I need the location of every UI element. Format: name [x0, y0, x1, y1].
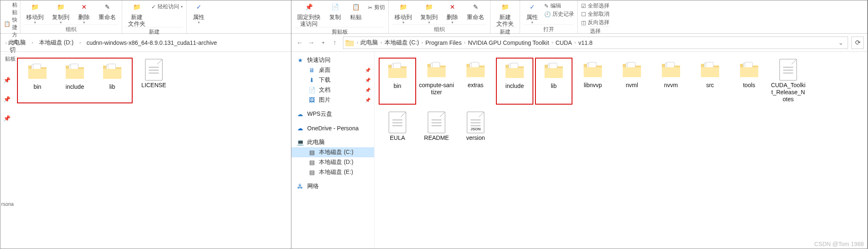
- folder-item[interactable]: extras: [457, 58, 494, 105]
- folder-item[interactable]: src: [691, 58, 729, 105]
- network-icon: 🖧: [296, 183, 304, 190]
- select-all-button[interactable]: ☑全部选择: [581, 2, 609, 10]
- back-button[interactable]: ←: [295, 38, 305, 48]
- file-icon: JSON: [467, 112, 484, 133]
- copy-to-button[interactable]: 📁复制到▾: [418, 1, 440, 24]
- pc-icon: 💻: [296, 139, 304, 146]
- explorer-body: 📌 📌 📌 rsona bin include lib: [0, 52, 291, 249]
- rename-button[interactable]: ✎重命名: [464, 1, 487, 20]
- drive-icon: ▤: [308, 149, 316, 156]
- chevron-right-icon: ›: [31, 40, 34, 45]
- pin-quick-access-button[interactable]: 📌固定到快 速访问: [295, 1, 323, 27]
- file-item[interactable]: CUDA_Toolkit_Release_Notes: [769, 58, 807, 105]
- breadcrumb-segment[interactable]: cudnn-windows-x86_64-8.9.0.131_cuda11-ar…: [85, 39, 219, 46]
- folder-item[interactable]: bin: [379, 58, 416, 105]
- nav-drive-d[interactable]: ▤本地磁盘 (D:): [291, 157, 374, 167]
- breadcrumb-segment[interactable]: NVIDIA GPU Computing Toolkit: [466, 39, 551, 46]
- download-icon: ⬇: [308, 76, 316, 84]
- rename-button[interactable]: ✎重命名: [96, 1, 118, 20]
- history-button[interactable]: 🕘历史记录: [544, 10, 574, 18]
- forward-button[interactable]: →: [306, 38, 316, 48]
- explorer-window-left: 📋粘贴快捷方式 切 贴板 📁移动到▾ 📁复制到▾ ✕删除▾ ✎重命名 组织 📁新…: [0, 0, 291, 249]
- select-none-button[interactable]: ☐全部取消: [581, 10, 609, 18]
- explorer-body: ★快速访问 🖥桌面📌 ⬇下载📌 📄文档📌 🖼图片📌 ☁WPS云盘 ☁OneDri…: [291, 52, 867, 249]
- file-list[interactable]: bincompute-sanitizerextrasincludeliblibn…: [375, 52, 867, 249]
- breadcrumb-segment[interactable]: Program Files: [424, 39, 463, 46]
- folder-item[interactable]: tools: [730, 58, 768, 105]
- nav-onedrive[interactable]: ☁OneDrive - Persona: [291, 123, 374, 133]
- paste-button[interactable]: 📋粘贴: [347, 1, 365, 20]
- onedrive-icon: ☁: [296, 124, 304, 132]
- invert-selection-button[interactable]: ◫反向选择: [581, 19, 609, 26]
- folder-item[interactable]: libnvvp: [574, 58, 612, 105]
- nav-documents[interactable]: 📄文档📌: [291, 85, 374, 95]
- ribbon: 📋粘贴快捷方式 切 贴板 📁移动到▾ 📁复制到▾ ✕删除▾ ✎重命名 组织 📁新…: [0, 0, 291, 34]
- nav-downloads[interactable]: ⬇下载📌: [291, 75, 374, 85]
- address-bar: ← → ▾ ↑ › 此电脑› 本地磁盘 (C:)› Program Files›…: [291, 34, 867, 52]
- cut-button[interactable]: ✂剪切: [368, 4, 385, 11]
- nav-network[interactable]: 🖧网络: [291, 181, 374, 191]
- properties-button[interactable]: ✓属性▾: [190, 1, 207, 24]
- move-to-button[interactable]: 📁移动到▾: [24, 1, 46, 24]
- easy-access-button[interactable]: ✓轻松访问▾: [151, 3, 183, 10]
- cloud-icon: ☁: [296, 110, 304, 118]
- highlighted-group: bin include lib: [17, 58, 133, 103]
- new-folder-button[interactable]: 📁新建 文件夹: [126, 1, 148, 27]
- navigation-pane[interactable]: ★快速访问 🖥桌面📌 ⬇下载📌 📄文档📌 🖼图片📌 ☁WPS云盘 ☁OneDri…: [291, 52, 375, 249]
- nav-pictures[interactable]: 🖼图片📌: [291, 95, 374, 105]
- file-icon: [779, 59, 797, 81]
- refresh-button[interactable]: ⟳: [851, 37, 864, 49]
- folder-item[interactable]: bin: [19, 59, 56, 102]
- pin-icon: 📌: [365, 78, 371, 83]
- group-open-label: 打开: [523, 24, 574, 33]
- nav-drive-c[interactable]: ▤本地磁盘 (C:): [291, 147, 374, 157]
- pin-icon: 📌: [365, 68, 371, 73]
- breadcrumb-segment[interactable]: v11.8: [577, 39, 594, 46]
- address-dropdown[interactable]: ⌄: [835, 39, 846, 46]
- copy-button[interactable]: 📄复制: [326, 1, 344, 20]
- file-list[interactable]: bin include lib LICENSE: [13, 52, 291, 249]
- file-icon: [389, 112, 406, 133]
- file-item[interactable]: EULA: [379, 110, 416, 143]
- nav-quick-access[interactable]: ★快速访问: [291, 55, 374, 65]
- recent-dropdown[interactable]: ▾: [318, 38, 328, 48]
- pin-icon[interactable]: 📌: [3, 96, 10, 103]
- move-to-button[interactable]: 📁移动到▾: [392, 1, 414, 24]
- nav-desktop[interactable]: 🖥桌面📌: [291, 65, 374, 75]
- explorer-window-right: 📌固定到快 速访问 📄复制 📋粘贴 ✂剪切 剪贴板 📁移动到▾ 📁复制到▾ ✕删…: [291, 0, 868, 249]
- properties-button[interactable]: ✓属性▾: [523, 1, 541, 24]
- breadcrumb-segment[interactable]: 本地磁盘 (C:): [383, 39, 421, 46]
- desktop-icon: 🖥: [308, 66, 316, 74]
- group-organize-label: 组织: [392, 24, 487, 33]
- file-item[interactable]: LICENSE: [135, 58, 173, 103]
- breadcrumb-segment[interactable]: 本地磁盘 (D:): [37, 39, 75, 46]
- nav-wps[interactable]: ☁WPS云盘: [291, 109, 374, 119]
- breadcrumb-segment[interactable]: 此电脑: [359, 39, 380, 46]
- folder-item[interactable]: lib: [535, 58, 572, 105]
- file-item[interactable]: JSONversion: [457, 110, 494, 143]
- folder-icon: [345, 38, 354, 47]
- breadcrumb-segment[interactable]: CUDA: [554, 39, 574, 46]
- folder-item[interactable]: nvml: [613, 58, 651, 105]
- copy-to-button[interactable]: 📁复制到▾: [49, 1, 72, 24]
- breadcrumb-segment[interactable]: 此电脑: [4, 39, 27, 46]
- up-button[interactable]: ↑: [330, 38, 340, 48]
- address-box[interactable]: › 此电脑› 本地磁盘 (C:)› Program Files› NVIDIA …: [343, 37, 848, 49]
- file-item[interactable]: README: [418, 110, 455, 143]
- nav-drive-e[interactable]: ▤本地磁盘 (E:): [291, 167, 374, 177]
- drive-icon: ▤: [308, 168, 316, 176]
- delete-button[interactable]: ✕删除▾: [75, 1, 93, 24]
- folder-item[interactable]: lib: [94, 59, 131, 102]
- edit-button[interactable]: ✎编辑: [544, 2, 574, 10]
- pin-icon: 📌: [365, 88, 371, 93]
- pin-icon[interactable]: 📌: [3, 115, 10, 122]
- star-icon: ★: [296, 56, 304, 64]
- folder-item[interactable]: include: [56, 59, 94, 102]
- folder-item[interactable]: nvvm: [652, 58, 690, 105]
- pin-icon[interactable]: 📌: [3, 77, 10, 83]
- new-folder-button[interactable]: 📁新建 文件夹: [494, 1, 516, 27]
- folder-item[interactable]: compute-sanitizer: [418, 58, 455, 105]
- nav-this-pc[interactable]: 💻此电脑: [291, 137, 374, 147]
- folder-item[interactable]: include: [496, 58, 533, 105]
- delete-button[interactable]: ✕删除▾: [444, 1, 461, 24]
